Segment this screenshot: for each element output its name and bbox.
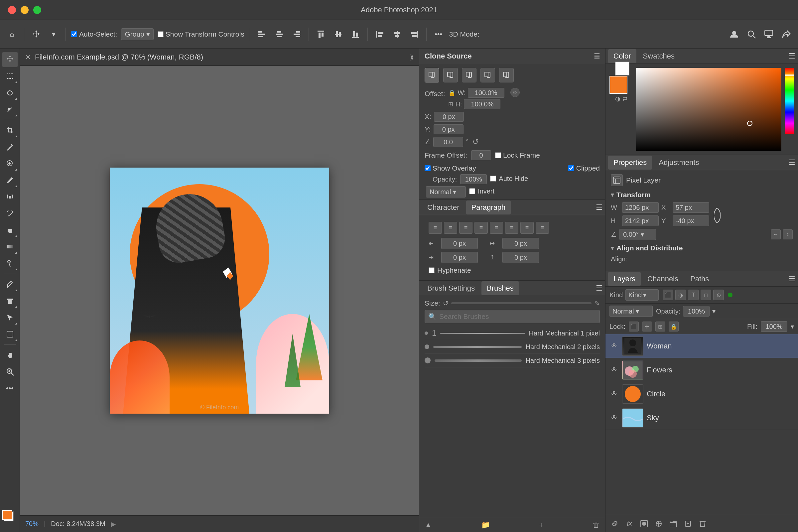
search-icon[interactable] (745, 27, 758, 41)
shape-tool[interactable] (2, 326, 18, 342)
tab-channels[interactable]: Channels (642, 272, 684, 286)
flip-v-icon[interactable]: ↕ (783, 229, 793, 240)
clone-source-2[interactable] (443, 68, 458, 82)
hand-tool[interactable] (2, 347, 18, 363)
brush-edit-icon[interactable]: ✎ (594, 299, 600, 307)
char-para-menu[interactable]: ☰ (596, 203, 603, 212)
brush-search-row[interactable]: 🔍 Search Brushes (424, 310, 600, 323)
brush-preset-3[interactable]: Hard Mechanical 3 pixels (424, 354, 600, 367)
justify-center-btn[interactable]: ≡ (490, 222, 503, 234)
distribute-top-icon[interactable] (314, 27, 327, 41)
opacity-value-input[interactable] (683, 306, 709, 317)
extra-tools[interactable]: ••• (2, 381, 18, 396)
w-value-input[interactable] (622, 202, 659, 213)
clone-source-header[interactable]: Clone Source ☰ (419, 49, 605, 64)
user-icon[interactable] (727, 27, 741, 41)
color-chips[interactable] (2, 510, 18, 525)
tab-paths[interactable]: Paths (685, 272, 714, 286)
justify-force-btn[interactable]: ≡ (536, 222, 549, 234)
default-colors-icon[interactable]: ◑ (615, 95, 621, 102)
layer-item-circle[interactable]: 👁 Circle (606, 382, 798, 406)
link-proportional[interactable]: ∞ (510, 88, 520, 97)
text-tool[interactable] (2, 293, 18, 308)
blend-mode-select[interactable]: Normal ▾ (609, 306, 653, 317)
tab-adjustments[interactable]: Adjustments (653, 156, 704, 170)
eyedropper-tool[interactable] (2, 139, 18, 155)
link-layers-icon[interactable] (609, 518, 620, 529)
brush-new-folder-icon[interactable]: 📁 (481, 521, 490, 529)
status-arrow[interactable]: ▶ (111, 520, 116, 528)
distribute-center-v-icon[interactable] (331, 27, 345, 41)
invert-checkbox[interactable]: Invert (469, 188, 494, 195)
magic-wand-tool[interactable] (2, 102, 18, 117)
clone-stamp-tool[interactable] (2, 189, 18, 205)
heal-tool[interactable] (2, 156, 18, 171)
lock-position-icon[interactable]: ✛ (642, 322, 652, 331)
distribute-left-icon[interactable] (373, 27, 386, 41)
add-mask-icon[interactable] (639, 518, 649, 529)
foreground-color-swatch[interactable] (609, 76, 627, 94)
more-options-icon[interactable]: ••• (432, 27, 445, 41)
history-brush-tool[interactable] (2, 206, 18, 221)
zoom-tool[interactable] (2, 364, 18, 379)
tab-paragraph[interactable]: Paragraph (466, 201, 511, 214)
eraser-tool[interactable] (2, 223, 18, 238)
lasso-tool[interactable] (2, 85, 18, 100)
lock-pixels-icon[interactable]: ⬛ (629, 322, 639, 331)
canvas-content[interactable]: © FileInfo.com (20, 66, 419, 515)
distribute-right-icon[interactable] (407, 27, 421, 41)
reset-angle-icon[interactable]: ↺ (473, 138, 478, 146)
distribute-center-h-icon[interactable] (391, 27, 404, 41)
h-input[interactable] (464, 99, 500, 109)
align-right-text-btn[interactable]: ≡ (459, 222, 473, 234)
marquee-tool[interactable] (2, 69, 18, 84)
x-value-input[interactable] (673, 202, 709, 213)
filter-shape-icon[interactable]: ◻ (701, 290, 711, 300)
brush-size-slider[interactable] (451, 302, 591, 304)
brushes-menu[interactable]: ☰ (596, 284, 603, 292)
group-dropdown[interactable]: Group ▾ (121, 28, 153, 40)
canvas-panel-collapse[interactable]: ⟫ (410, 53, 414, 61)
tab-brushes[interactable]: Brushes (481, 281, 519, 295)
clone-source-4[interactable] (480, 68, 495, 82)
tab-properties[interactable]: Properties (608, 156, 652, 170)
layer-item-sky[interactable]: 👁 Sky (606, 406, 798, 430)
clone-source-3[interactable] (462, 68, 476, 82)
color-panel-menu[interactable]: ☰ (789, 52, 795, 60)
justify-left-btn[interactable]: ≡ (474, 222, 488, 234)
delete-layer-icon[interactable] (697, 518, 708, 529)
auto-hide-checkbox[interactable]: Auto Hide (490, 175, 528, 183)
fill-value-input[interactable] (761, 321, 787, 332)
props-panel-menu[interactable]: ☰ (789, 158, 795, 167)
new-group-icon[interactable] (668, 518, 679, 529)
brush-search-input[interactable] (439, 312, 596, 321)
align-center-text-btn[interactable]: ≡ (444, 222, 457, 234)
frame-offset-input[interactable] (471, 150, 491, 160)
w-input[interactable] (468, 88, 505, 98)
show-transform-checkbox[interactable]: Show Transform Controls (158, 30, 244, 38)
pen-tool[interactable] (2, 277, 18, 292)
close-button[interactable] (8, 6, 16, 14)
filter-type-icon[interactable]: T (688, 290, 699, 300)
minimize-button[interactable] (21, 6, 28, 14)
lock-artboard-icon[interactable]: ⊞ (656, 322, 665, 331)
crop-tool[interactable] (2, 123, 18, 138)
clipped-checkbox[interactable]: Clipped (568, 164, 600, 172)
align-distribute-header[interactable]: ▾ Align and Distribute (611, 244, 793, 252)
brush-reset-icon[interactable]: ↺ (443, 299, 449, 307)
filter-pixel-icon[interactable]: ⬛ (663, 290, 673, 300)
h-value-input[interactable] (622, 215, 659, 226)
space-before-input[interactable] (441, 252, 478, 263)
space-after-input[interactable] (502, 252, 539, 263)
color-picker-gradient[interactable] (636, 68, 781, 151)
auto-select-checkbox[interactable]: Auto-Select: (71, 30, 117, 38)
angle-input[interactable] (433, 137, 463, 147)
angle-dropdown[interactable]: 0.00° ▾ (620, 229, 656, 240)
adjustments-icon[interactable] (653, 518, 664, 529)
filter-adjust-icon[interactable]: ◑ (675, 290, 686, 300)
normal-dropdown[interactable]: Normal ▾ (426, 186, 466, 197)
hyphenate-checkbox[interactable] (429, 267, 435, 273)
dodge-tool[interactable] (2, 256, 18, 271)
tab-brush-settings[interactable]: Brush Settings (422, 281, 480, 295)
tab-swatches[interactable]: Swatches (638, 49, 680, 63)
